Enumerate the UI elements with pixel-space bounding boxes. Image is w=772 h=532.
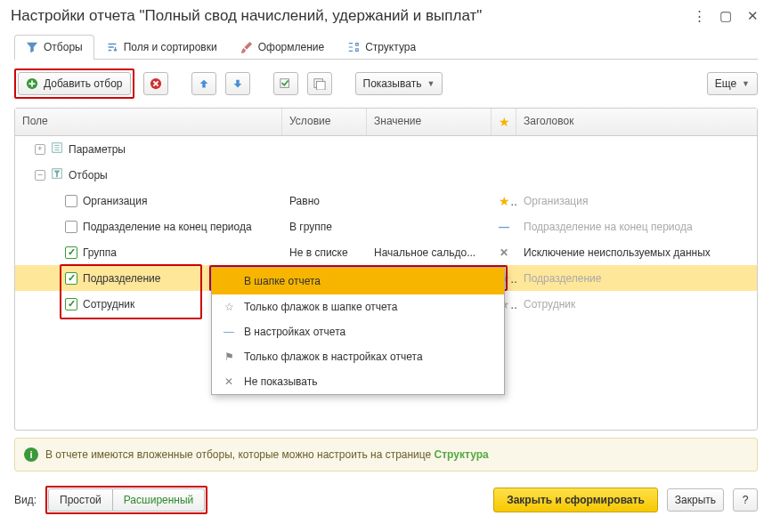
view-label: Вид: [14,494,37,506]
col-title-header[interactable]: Заголовок [516,109,757,135]
tab-sort[interactable]: Поля и сортировки [94,35,229,60]
row-condition[interactable]: В группе [282,221,367,233]
filter-row[interactable]: Подразделение на конец периода В группе … [15,214,757,239]
collapse-icon[interactable]: – [35,170,45,181]
button-label: Добавить отбор [44,77,123,90]
arrow-up-icon [198,77,210,90]
view-simple-button[interactable]: Простой [48,488,113,512]
row-checkbox[interactable] [65,221,77,233]
dropdown-label: В шапке отчета [244,275,321,287]
show-mode-button[interactable]: Показывать ▼ [355,72,443,95]
params-icon [51,141,63,157]
row-title[interactable]: Организация [516,195,757,207]
expand-icon[interactable]: + [35,144,45,155]
dropdown-item[interactable]: ★ В шапке отчета [212,268,504,294]
col-star-header[interactable]: ★ [492,109,516,135]
help-button[interactable]: ? [733,488,758,512]
dropdown-label: В настройках отчета [244,326,345,338]
row-star[interactable]: — [492,221,516,233]
sort-icon [106,41,118,53]
tab-structure[interactable]: Структура [336,35,427,60]
chevron-down-icon: ▼ [427,79,435,88]
close-button[interactable]: Закрыть [667,488,724,512]
tree-node-parameters[interactable]: + Параметры [15,136,757,162]
info-link[interactable]: Структура [435,448,489,461]
x-icon: ✕ [223,375,235,388]
flag-icon: ⚑ [223,351,235,363]
dropdown-item[interactable]: ☆ Только флажок в шапке отчета [212,294,504,319]
row-checkbox[interactable] [65,246,77,259]
tree-node-filters[interactable]: – Отборы [15,162,757,188]
row-checkbox[interactable] [65,272,77,285]
info-bar: i В отчете имеются вложенные отборы, кот… [14,438,758,472]
button-label: Еще [715,77,736,90]
more-button[interactable]: Еще ▼ [707,72,758,95]
row-title[interactable]: Подразделение на конец периода [516,221,757,233]
funnel-icon [26,41,38,53]
row-checkbox[interactable] [65,195,77,207]
kebab-icon[interactable]: ⋮ [690,8,708,24]
dropdown-item[interactable]: ⚑ Только флажок в настройках отчета [212,344,504,369]
star-icon: ★ [223,274,235,288]
col-condition-header[interactable]: Условие [282,109,367,135]
uncheck-all-button[interactable] [307,72,332,95]
row-label: Подразделение [83,272,160,285]
svg-rect-4 [316,81,325,90]
arrow-down-icon [232,77,244,90]
delete-button[interactable] [143,72,168,95]
row-title[interactable]: Сотрудник [516,298,757,310]
move-up-button[interactable] [191,72,216,95]
button-label: Показывать [363,77,422,90]
dropdown-label: Только флажок в шапке отчета [244,301,397,313]
filters-icon [51,167,63,182]
maximize-icon[interactable]: ▢ [717,8,735,24]
view-advanced-button[interactable]: Расширенный [113,488,206,512]
move-down-button[interactable] [225,72,250,95]
tab-label: Отборы [44,41,83,53]
row-label: Сотрудник [83,298,134,310]
row-condition[interactable]: Не в списке [282,246,367,259]
chevron-down-icon: ▼ [742,79,750,88]
add-filter-button[interactable]: Добавить отбор [18,72,131,95]
grid-body[interactable]: + Параметры – Отборы Организация Равно ★ [15,136,757,430]
row-condition[interactable]: Равно [282,195,367,207]
window-title: Настройки отчета "Полный свод начислений… [11,7,681,25]
filter-row[interactable]: Организация Равно ★ Организация [15,188,757,214]
dropdown-label: Не показывать [244,375,317,388]
tab-label: Структура [365,41,416,53]
row-label: Группа [83,246,117,259]
flag-icon: ☆ [223,301,235,313]
tab-label: Оформление [258,41,324,53]
structure-icon [347,41,360,53]
dropdown-label: Только флажок в настройках отчета [244,351,423,363]
close-icon[interactable]: ✕ [744,8,761,24]
col-field-header[interactable]: Поле [15,109,282,135]
row-checkbox[interactable] [65,298,77,310]
row-title[interactable]: Исключение неиспользуемых данных [516,246,757,259]
row-label: Организация [83,195,147,207]
uncheck-all-icon [313,77,326,90]
brush-icon [240,41,253,53]
dropdown-item[interactable]: — В настройках отчета [212,319,504,344]
tab-filters[interactable]: Отборы [14,35,94,60]
tab-label: Поля и сортировки [124,41,217,53]
info-icon: i [24,447,38,462]
tab-format[interactable]: Оформление [229,35,336,60]
row-star[interactable]: ★ [492,194,516,208]
dash-icon: — [223,326,235,338]
dropdown-item[interactable]: ✕ Не показывать [212,369,504,394]
info-text: В отчете имеются вложенные отборы, котор… [45,448,435,461]
filter-row[interactable]: Группа Не в списке Начальное сальдо... ✕… [15,239,757,265]
check-all-icon [280,77,292,90]
close-and-generate-button[interactable]: Закрыть и сформировать [493,488,658,512]
check-all-button[interactable] [273,72,298,95]
row-title[interactable]: Подразделение [516,272,757,285]
x-circle-icon [150,77,162,90]
plus-circle-icon [26,77,38,90]
view-mode-toggle[interactable]: Простой Расширенный [45,486,207,514]
show-mode-dropdown[interactable]: ★ В шапке отчета ☆ Только флажок в шапке… [211,267,505,395]
row-star[interactable]: ✕ [492,246,516,259]
node-label: Параметры [69,143,126,156]
col-value-header[interactable]: Значение [367,109,492,135]
row-value[interactable]: Начальное сальдо... [367,246,492,259]
